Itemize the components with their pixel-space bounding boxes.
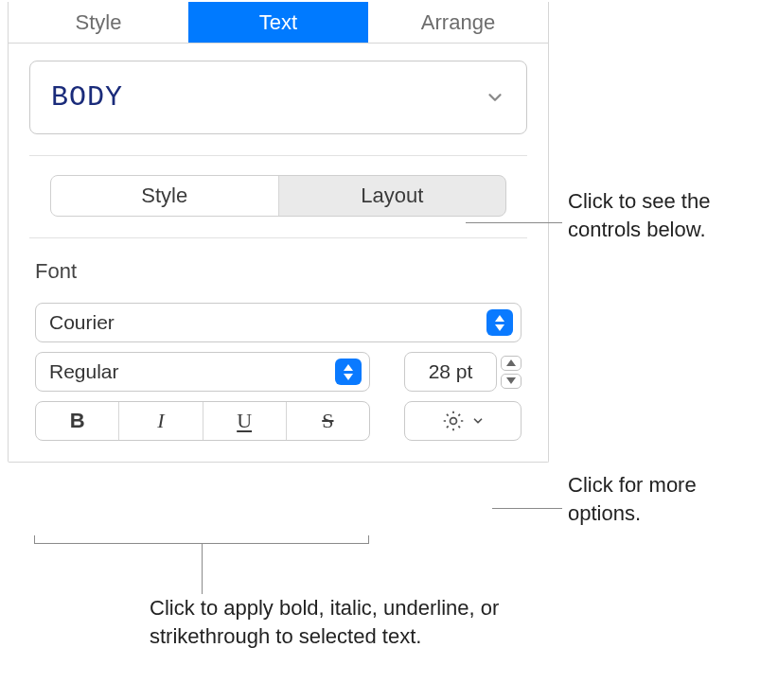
svg-point-6	[451, 418, 457, 425]
svg-marker-5	[506, 377, 516, 384]
divider	[29, 155, 527, 156]
inspector-top-tabs: Style Text Arrange	[9, 2, 548, 44]
svg-marker-2	[344, 364, 353, 371]
svg-marker-1	[495, 324, 504, 331]
callout-leader	[492, 508, 562, 509]
popup-indicator-icon	[486, 309, 513, 336]
font-weight-popup[interactable]: Regular	[35, 352, 370, 392]
sub-tab-layout[interactable]: Layout	[278, 176, 506, 216]
font-family-value: Courier	[49, 311, 115, 334]
popup-indicator-icon	[335, 359, 362, 385]
more-options-button[interactable]	[404, 401, 522, 441]
svg-marker-3	[344, 374, 353, 380]
tab-style[interactable]: Style	[9, 2, 188, 43]
sub-tab-style[interactable]: Style	[51, 176, 278, 216]
callout-leader	[466, 222, 562, 223]
text-sub-tabs: Style Layout	[50, 175, 506, 217]
bold-button[interactable]: B	[36, 402, 118, 440]
font-weight-value: Regular	[49, 360, 119, 383]
chevron-down-icon	[471, 414, 485, 428]
callout-bracket	[34, 535, 369, 552]
font-size-field[interactable]: 28 pt	[404, 352, 497, 392]
divider	[29, 237, 527, 238]
tab-text[interactable]: Text	[188, 2, 368, 43]
text-style-segmented-control: B I U S	[35, 401, 370, 441]
font-section-label: Font	[35, 259, 548, 284]
svg-marker-4	[506, 359, 516, 366]
paragraph-style-label: BODY	[51, 81, 123, 114]
font-size-value: 28 pt	[429, 360, 473, 383]
paragraph-style-dropdown[interactable]: BODY	[29, 61, 527, 134]
gear-icon	[441, 409, 466, 433]
callout-text-styles: Click to apply bold, italic, underline, …	[150, 594, 528, 650]
tab-arrange[interactable]: Arrange	[368, 2, 548, 43]
chevron-down-icon	[485, 87, 505, 108]
italic-button[interactable]: I	[118, 402, 202, 440]
stepper-up-button[interactable]	[501, 356, 522, 371]
font-size-stepper	[501, 352, 522, 392]
stepper-down-button[interactable]	[501, 374, 522, 389]
strikethrough-button[interactable]: S	[286, 402, 369, 440]
format-inspector-panel: Style Text Arrange BODY Style Layout Fon…	[8, 2, 549, 463]
underline-button[interactable]: U	[203, 402, 286, 440]
font-size-group: 28 pt	[404, 352, 522, 392]
font-family-popup[interactable]: Courier	[35, 303, 522, 342]
callout-more-options: Click for more options.	[568, 471, 767, 527]
callout-sub-tabs: Click to see the controls below.	[568, 187, 767, 243]
svg-marker-0	[495, 315, 504, 322]
